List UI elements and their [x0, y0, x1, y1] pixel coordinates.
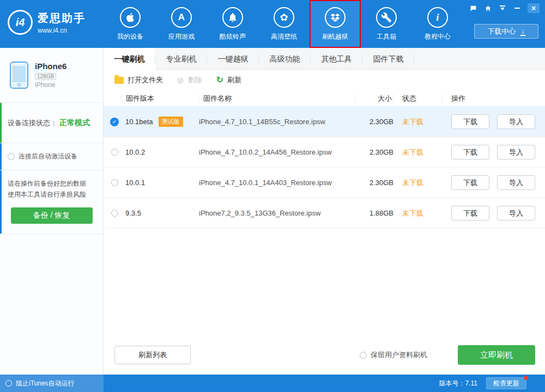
- check-update-button[interactable]: 检查更新: [486, 377, 526, 389]
- appstore-icon: A: [171, 7, 192, 28]
- delete-button[interactable]: ⊘ 删除: [177, 75, 202, 85]
- firmware-list: ✓ 10.1beta 测试版 iPhone_4.7_10.1_14B55c_Re…: [104, 107, 545, 229]
- device-capacity-badge: 128GB: [35, 73, 56, 80]
- import-button[interactable]: 导入: [497, 206, 535, 220]
- firmware-name: iPhone_4.7_10.1_14B55c_Restore.ipsw: [199, 118, 355, 126]
- keep-user-data-radio[interactable]: [360, 352, 367, 359]
- header-select-column: [104, 94, 121, 103]
- table-row[interactable]: ✓ 10.1beta 测试版 iPhone_4.7_10.1_14B55c_Re…: [104, 107, 545, 137]
- main-nav: 我的设备 A 应用游戏 酷炫铃声 ✿ 高清壁纸 刷机越狱: [105, 0, 463, 48]
- download-icon: ↓: [520, 27, 525, 36]
- nav-label: 高清壁纸: [271, 32, 297, 41]
- main-panel: 一键刷机 专业刷机 一键越狱 高级功能 其他工具 固件下载 打开文件夹 ⊘ 删除…: [104, 48, 545, 375]
- connection-status-panel: 设备连接状态： 正常模式: [0, 103, 103, 143]
- firmware-size: 2.30GB: [355, 148, 393, 156]
- nav-item-tutorials[interactable]: i 教程中心: [412, 0, 463, 48]
- import-button[interactable]: 导入: [497, 114, 535, 129]
- nav-item-ringtones[interactable]: 酷炫铃声: [207, 0, 258, 48]
- firmware-version: 10.0.2: [125, 148, 145, 156]
- skin-icon[interactable]: [498, 3, 507, 13]
- firmware-size: 1.88GB: [355, 209, 393, 217]
- import-button[interactable]: 导入: [497, 175, 535, 190]
- refresh-list-button[interactable]: 刷新列表: [114, 346, 191, 364]
- download-button[interactable]: 下载: [451, 145, 489, 160]
- update-notification-dot: [524, 376, 528, 380]
- open-folder-label: 打开文件夹: [128, 75, 163, 85]
- nav-item-wallpapers[interactable]: ✿ 高清壁纸: [258, 0, 310, 48]
- check-update-label: 检查更新: [493, 379, 519, 387]
- row-radio[interactable]: [111, 179, 118, 186]
- tab-bar: 一键刷机 专业刷机 一键越狱 高级功能 其他工具 固件下载: [104, 48, 545, 70]
- refresh-icon: ↻: [216, 76, 223, 84]
- table-header: 固件版本 固件名称 大小 状态 操作: [104, 90, 545, 107]
- nav-item-flash-jailbreak[interactable]: 刷机越狱: [310, 0, 361, 48]
- tab-other-tools[interactable]: 其他工具: [311, 48, 362, 69]
- tab-firmware-download[interactable]: 固件下载: [362, 48, 414, 69]
- close-icon[interactable]: ×: [528, 3, 540, 13]
- i4-logo-text: i4: [16, 16, 25, 29]
- folder-icon: [114, 77, 124, 84]
- import-button[interactable]: 导入: [497, 145, 535, 160]
- row-radio-selected[interactable]: ✓: [110, 118, 119, 126]
- firmware-size: 2.30GB: [355, 179, 393, 187]
- download-status: 未下载: [393, 178, 443, 188]
- refresh-label: 刷新: [227, 75, 241, 85]
- download-center-button[interactable]: 下载中心 ↓: [474, 24, 538, 39]
- auto-activate-radio[interactable]: [8, 153, 15, 160]
- table-row[interactable]: 10.0.2 iPhone_4.7_10.0.2_14A456_Restore.…: [104, 137, 545, 168]
- app-url: www.i4.cn: [38, 27, 86, 34]
- nav-label: 应用游戏: [168, 32, 195, 41]
- header-size: 大小: [355, 94, 393, 103]
- nav-item-my-devices[interactable]: 我的设备: [105, 0, 156, 48]
- download-button[interactable]: 下载: [451, 175, 489, 190]
- backup-restore-button[interactable]: 备份 / 恢复: [11, 207, 93, 224]
- tab-pro-flash[interactable]: 专业刷机: [155, 48, 207, 69]
- table-row[interactable]: 9.3.5 iPhone7,2_9.3.5_13G36_Restore.ipsw…: [104, 198, 545, 229]
- apple-icon: [120, 7, 141, 28]
- download-status: 未下载: [393, 148, 443, 157]
- header-action: 操作: [443, 94, 535, 103]
- jailbreak-icon: [325, 7, 346, 28]
- backup-warning-panel: 请在操作前备份好您的数据 使用本工具请自行承担风险 备份 / 恢复: [0, 170, 103, 234]
- firmware-version: 10.0.1: [125, 179, 145, 187]
- nav-label: 刷机越狱: [322, 32, 348, 41]
- device-name: iPhone6: [35, 62, 66, 71]
- firmware-name: iPhone_4.7_10.0.2_14A456_Restore.ipsw: [199, 148, 355, 156]
- firmware-name: iPhone_4.7_10.0.1_14A403_Restore.ipsw: [199, 179, 355, 187]
- minimize-icon[interactable]: [513, 3, 522, 13]
- device-info: iPhone6 128GB iPhone: [35, 62, 66, 89]
- keep-user-data-label: 保留用户资料刷机: [371, 350, 427, 360]
- delete-icon: ⊘: [177, 76, 184, 84]
- download-center-label: 下载中心: [487, 27, 516, 36]
- connection-status-value: 正常模式: [59, 118, 90, 128]
- window-controls: ×: [469, 3, 540, 13]
- home-icon[interactable]: [483, 3, 492, 13]
- tab-one-click-jailbreak[interactable]: 一键越狱: [207, 48, 259, 69]
- chat-icon[interactable]: [469, 3, 477, 13]
- block-itunes-option: 阻止iTunes自动运行: [0, 375, 104, 392]
- block-itunes-label: 阻止iTunes自动运行: [16, 379, 75, 388]
- firmware-size: 2.30GB: [355, 118, 393, 126]
- table-row[interactable]: 10.0.1 iPhone_4.7_10.0.1_14A403_Restore.…: [104, 168, 545, 198]
- row-radio[interactable]: [111, 149, 118, 156]
- tab-advanced[interactable]: 高级功能: [259, 48, 311, 69]
- status-bar: 阻止iTunes自动运行 版本号：7.11 检查更新: [0, 375, 545, 392]
- logo-text-block: 爱思助手 www.i4.cn: [38, 11, 86, 34]
- download-button[interactable]: 下载: [451, 114, 489, 129]
- nav-label: 我的设备: [117, 32, 143, 41]
- toolbar: 打开文件夹 ⊘ 删除 ↻ 刷新: [104, 70, 545, 90]
- nav-label: 工具箱: [377, 32, 396, 41]
- row-radio[interactable]: [111, 210, 118, 217]
- wrench-icon: [376, 7, 397, 28]
- refresh-button[interactable]: ↻ 刷新: [216, 75, 241, 85]
- open-folder-button[interactable]: 打开文件夹: [114, 75, 163, 85]
- tab-one-click-flash[interactable]: 一键刷机: [104, 48, 155, 69]
- app-window: i4 爱思助手 www.i4.cn 我的设备 A 应用游戏 酷炫铃声: [0, 0, 545, 392]
- device-info-panel: iPhone6 128GB iPhone: [0, 48, 103, 103]
- block-itunes-radio[interactable]: [5, 380, 12, 387]
- nav-item-toolbox[interactable]: 工具箱: [361, 0, 412, 48]
- nav-item-apps-games[interactable]: A 应用游戏: [156, 0, 207, 48]
- download-button[interactable]: 下载: [451, 206, 489, 220]
- flash-now-button[interactable]: 立即刷机: [458, 345, 535, 365]
- nav-label: 教程中心: [425, 32, 451, 41]
